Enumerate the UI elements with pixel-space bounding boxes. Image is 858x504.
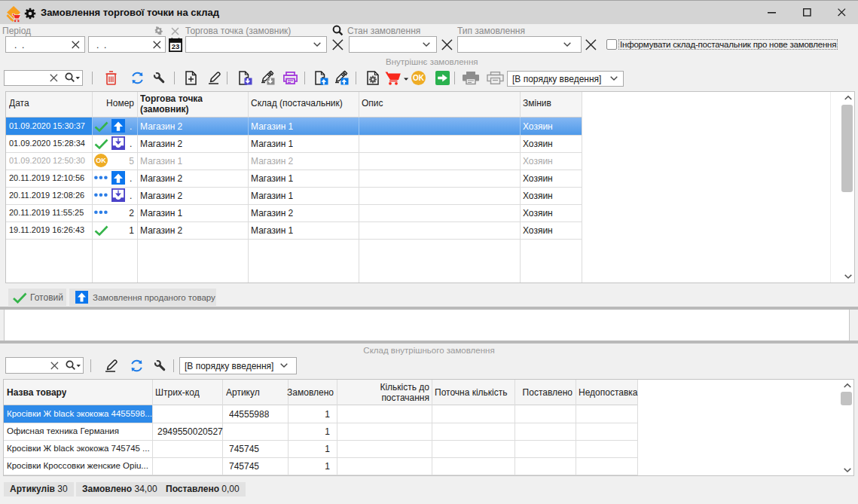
svg-text:23: 23 bbox=[172, 42, 180, 50]
